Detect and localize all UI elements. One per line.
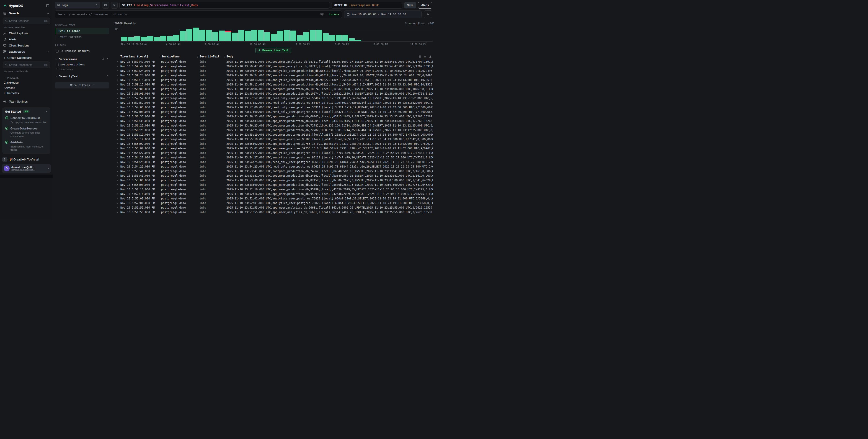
sidebar-item-dashboards[interactable]: Dashboards — [0, 49, 53, 55]
sidebar-item-client-sessions[interactable]: Client Sessions — [0, 42, 53, 49]
histogram-bar[interactable] — [238, 27, 244, 41]
histogram-bar[interactable] — [277, 27, 283, 41]
histogram-bar[interactable] — [303, 27, 309, 41]
sidebar-item-alerts[interactable]: Alerts — [0, 36, 53, 42]
row-expand-chevron-icon[interactable]: > — [115, 165, 120, 168]
histogram-bar[interactable] — [427, 27, 433, 41]
preset-item-clickhouse[interactable]: ClickHouse — [0, 80, 53, 85]
log-row[interactable]: >Nov 10 5:57:52.000 PMpostgresql-demoinf… — [115, 96, 433, 100]
histogram-bar[interactable] — [297, 27, 303, 41]
row-expand-chevron-icon[interactable]: > — [115, 101, 120, 104]
row-expand-chevron-icon[interactable]: > — [115, 138, 120, 141]
table-columns-icon[interactable] — [418, 55, 421, 58]
columns-settings-button[interactable] — [102, 2, 109, 9]
histogram-bar[interactable] — [355, 27, 361, 41]
histogram-bar[interactable] — [414, 27, 420, 41]
log-row[interactable]: >Nov 10 5:56:33.000 PMpostgresql-demoinf… — [115, 119, 433, 123]
row-expand-chevron-icon[interactable]: > — [115, 201, 120, 205]
row-expand-chevron-icon[interactable]: > — [115, 115, 120, 118]
row-expand-chevron-icon[interactable]: > — [115, 211, 120, 214]
download-icon[interactable] — [429, 55, 432, 58]
row-expand-chevron-icon[interactable]: > — [115, 206, 120, 209]
log-row[interactable]: >Nov 10 5:58:13.000 PMpostgresql-demoinf… — [115, 78, 433, 82]
histogram-bar[interactable] — [245, 27, 251, 41]
histogram-bar[interactable] — [290, 27, 296, 41]
histogram-bar[interactable] — [251, 27, 257, 41]
histogram-bar[interactable] — [329, 27, 335, 41]
histogram-bar[interactable] — [401, 27, 407, 41]
histogram-bar[interactable] — [394, 27, 400, 41]
histogram-bar[interactable] — [167, 27, 173, 41]
histogram-bar[interactable] — [186, 27, 192, 41]
histogram-bar[interactable] — [388, 27, 394, 41]
log-row[interactable]: >Nov 10 5:52:16.000 PMpostgresql-demoinf… — [115, 192, 433, 196]
histogram-bar[interactable] — [141, 27, 147, 41]
histogram-bar[interactable] — [349, 27, 355, 41]
get-started-step[interactable]: Add Data Start sending logs, metrics, or… — [5, 140, 48, 152]
log-row[interactable]: >Nov 10 5:51:55.000 PMpostgresql-demoinf… — [115, 210, 433, 215]
row-expand-chevron-icon[interactable]: > — [115, 129, 120, 132]
saved-searches-search[interactable]: ⌘K — [3, 18, 50, 24]
histogram-bar[interactable] — [180, 27, 186, 41]
gear-button[interactable] — [111, 2, 118, 9]
histogram-bar[interactable] — [258, 27, 264, 41]
log-row[interactable]: >Nov 10 5:51:55.000 PMpostgresql-demoinf… — [115, 206, 433, 210]
row-expand-chevron-icon[interactable]: > — [115, 192, 120, 195]
checkbox[interactable] — [56, 63, 59, 66]
log-row[interactable]: >Nov 10 5:57:00.000 PMpostgresql-demoinf… — [115, 109, 433, 114]
log-row[interactable]: >Nov 10 5:53:00.000 PMpostgresql-demoinf… — [115, 183, 433, 187]
log-row[interactable]: >Nov 10 5:53:00.000 PMpostgresql-demoinf… — [115, 178, 433, 183]
row-expand-chevron-icon[interactable]: > — [115, 69, 120, 72]
log-row[interactable]: >Nov 10 5:55:02.000 PMpostgresql-demoinf… — [115, 142, 433, 146]
histogram-bar[interactable] — [407, 27, 413, 41]
log-row[interactable]: >Nov 10 5:55:02.000 PMpostgresql-demoinf… — [115, 146, 433, 151]
row-expand-chevron-icon[interactable]: > — [115, 156, 120, 159]
order-by-input[interactable]: ORDER BY TimestampTime DESC — [332, 2, 402, 9]
histogram-bar[interactable] — [336, 27, 342, 41]
histogram-bar[interactable] — [375, 27, 381, 41]
saved-dashboards-input[interactable] — [9, 63, 42, 67]
run-query-button[interactable] — [424, 10, 432, 18]
log-row[interactable]: >Nov 10 5:59:47.000 PMpostgresql-demoinf… — [115, 60, 433, 64]
histogram-bar[interactable] — [264, 27, 270, 41]
histogram-bar[interactable] — [173, 27, 179, 41]
row-expand-chevron-icon[interactable]: > — [115, 174, 120, 177]
row-expand-chevron-icon[interactable]: > — [115, 160, 120, 164]
histogram-bar[interactable] — [342, 27, 348, 41]
histogram-bar[interactable] — [160, 27, 166, 41]
histogram-bar[interactable] — [121, 27, 127, 41]
preset-item-services[interactable]: Services — [0, 85, 53, 91]
row-expand-chevron-icon[interactable]: > — [115, 147, 120, 150]
log-row[interactable]: >Nov 10 5:54:27.000 PMpostgresql-demoinf… — [115, 151, 433, 155]
row-density-icon[interactable] — [424, 55, 427, 58]
column-severitytext[interactable]: SeverityText — [197, 55, 224, 58]
chevron-up-icon[interactable] — [47, 51, 50, 53]
histogram-bar[interactable] — [193, 27, 199, 41]
row-expand-chevron-icon[interactable]: > — [115, 83, 120, 86]
row-expand-chevron-icon[interactable]: > — [115, 97, 120, 100]
log-row[interactable]: >Nov 10 5:52:01.000 PMpostgresql-demoinf… — [115, 196, 433, 201]
log-row[interactable]: >Nov 10 5:54:25.000 PMpostgresql-demoinf… — [115, 160, 433, 164]
histogram-bar[interactable] — [284, 27, 290, 41]
alerts-button[interactable]: Alerts — [418, 2, 432, 9]
row-expand-chevron-icon[interactable]: > — [115, 120, 120, 123]
mode-sql[interactable]: SQL — [319, 13, 324, 16]
histogram-bar[interactable] — [316, 27, 322, 41]
histogram-bar[interactable] — [219, 27, 225, 41]
row-expand-chevron-icon[interactable]: > — [115, 106, 120, 109]
row-expand-chevron-icon[interactable]: > — [115, 151, 120, 155]
user-menu[interactable]: D dominic.tran@clic... dominic.tran@clic… — [2, 164, 51, 173]
log-row[interactable]: >Nov 10 5:53:41.000 PMpostgresql-demoinf… — [115, 174, 433, 178]
facet-value-postgresql-demo[interactable]: postgresql-demo — [55, 62, 109, 67]
event-search-input[interactable] — [57, 13, 319, 16]
row-expand-chevron-icon[interactable]: > — [115, 74, 120, 77]
log-row[interactable]: >Nov 10 5:59:24.000 PMpostgresql-demoinf… — [115, 73, 433, 78]
log-row[interactable]: >Nov 10 5:53:41.000 PMpostgresql-demoinf… — [115, 169, 433, 174]
row-expand-chevron-icon[interactable]: > — [115, 79, 120, 82]
sidebar-item-team-settings[interactable]: Team Settings — [0, 98, 53, 105]
source-select[interactable]: Logs — [55, 2, 100, 8]
row-expand-chevron-icon[interactable]: > — [115, 197, 120, 200]
pin-icon[interactable] — [106, 57, 109, 61]
checkbox[interactable] — [56, 50, 59, 53]
log-row[interactable]: >Nov 10 5:58:06.000 PMpostgresql-demoinf… — [115, 91, 433, 96]
